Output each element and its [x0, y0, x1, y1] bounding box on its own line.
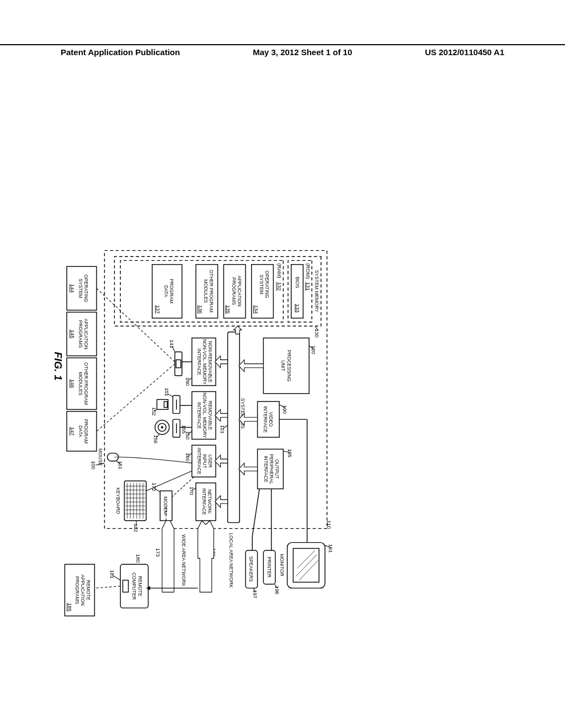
- ref-136: 136: [198, 305, 203, 314]
- monitor-icon: [287, 543, 325, 588]
- ref-132: 132: [276, 282, 282, 291]
- svg-rect-64: [123, 580, 129, 592]
- rem-l3: INTERFACE: [196, 402, 202, 429]
- ref-162: 162: [133, 523, 138, 532]
- sapps-l1: APPLICATION: [83, 318, 89, 349]
- netif-l1: NETWORK: [207, 489, 212, 513]
- sapps-l2: PROGRAMS: [78, 320, 83, 348]
- sysbus-label: SYSTEM BUS: [240, 398, 246, 429]
- ref-195: 195: [287, 449, 292, 458]
- userif-l1: USER: [207, 454, 213, 468]
- ref-121: 121: [220, 425, 225, 434]
- sother-l2: MODULES: [78, 372, 83, 395]
- ram-apps-l2: PROGRAMS: [231, 277, 237, 306]
- sdata-l1: PROGRAM: [83, 419, 89, 444]
- ref-161: 161: [118, 461, 123, 469]
- userif-l3: INTERFACE: [196, 448, 202, 475]
- system-bus: [228, 332, 240, 523]
- ref-155: 155: [181, 425, 186, 434]
- ref-151: 151: [164, 388, 169, 397]
- header-right: US 2012/0110450 A1: [425, 47, 504, 57]
- sos-l2: SYSTEM: [78, 279, 83, 298]
- ref-180: 180: [135, 554, 141, 563]
- modem-label: MODEM: [163, 496, 168, 515]
- sdata-l2: DATA: [78, 425, 83, 437]
- diagram: 110 SYSTEM MEMORY 130 (ROM) 131 BIOS 133…: [74, 88, 472, 640]
- out-l3: INTERFACE: [263, 456, 269, 483]
- rom-label: (ROM): [305, 263, 311, 279]
- rem-l1: REMOVABLE: [207, 401, 213, 430]
- netif-l2: INTERFACE: [201, 488, 207, 515]
- ref-173: 173: [155, 548, 161, 557]
- ref-145: 145: [70, 330, 75, 339]
- ref-146: 146: [70, 379, 75, 388]
- bios-label: BIOS: [295, 277, 300, 288]
- ram-other-l1: OTHER PROGRAM: [209, 270, 214, 312]
- svg-rect-17: [164, 402, 167, 408]
- lan-label: LOCAL AREA NETWORK: [228, 533, 234, 588]
- ram-os-l1: OPERATING: [264, 271, 270, 298]
- out-l2: PERIPHERAL: [269, 454, 274, 484]
- ref-134: 134: [253, 305, 259, 314]
- remote-l2: COMPUTER: [131, 572, 137, 599]
- remote-l1: REMOTE: [137, 576, 143, 596]
- ref-131: 131: [305, 282, 311, 291]
- svg-point-22: [161, 426, 163, 429]
- ref-160: 160: [185, 453, 190, 462]
- out-l1: OUTPUT: [274, 459, 280, 479]
- ref-185: 185: [67, 603, 72, 612]
- ref-141: 141: [169, 340, 174, 349]
- ref-181: 181: [109, 570, 115, 579]
- ram-os-l2: SYSTEM: [259, 275, 264, 294]
- svg-line-69: [94, 586, 120, 588]
- ref-170: 170: [189, 486, 194, 495]
- header-left: Patent Application Publication: [61, 47, 180, 57]
- figure-label: FIG. 1: [52, 352, 64, 381]
- ref-152: 152: [151, 407, 157, 416]
- page-header: Patent Application Publication May 3, 20…: [0, 44, 565, 57]
- printer-label: PRINTER: [266, 556, 272, 577]
- rem-l2: NON-VOL. MEMORY: [202, 393, 207, 438]
- ram-apps-l1: APPLICATION: [237, 276, 242, 307]
- monitor-label: MONITOR: [279, 554, 285, 576]
- ref-130: 130: [314, 329, 319, 338]
- cpu-l1: PROCESSING: [286, 350, 292, 382]
- ref-196: 196: [274, 586, 280, 595]
- ref-137: 137: [155, 305, 161, 314]
- lan-arrow: [198, 521, 214, 592]
- rap-l2: APPLICATION: [80, 575, 86, 606]
- ref-133: 133: [295, 304, 300, 313]
- ref-191: 191: [328, 544, 333, 553]
- keyboard-icon: [124, 481, 146, 521]
- kbd-label: KEYBOARD: [115, 488, 121, 514]
- rap-l1: REMOTE: [86, 580, 91, 601]
- sos-l1: OPERATING: [83, 275, 89, 302]
- ram-data-l1: PROGRAM: [169, 279, 174, 304]
- sother-l1: OTHER PROGRAM: [83, 362, 89, 405]
- wan-arrow: [162, 521, 174, 592]
- sysmem-title: SYSTEM MEMORY: [314, 270, 319, 313]
- speakers-label: SPEAKERS: [248, 556, 254, 582]
- nonrem-l1: NON-REMOVABLE: [207, 341, 213, 382]
- ref-110: 110: [326, 520, 332, 529]
- nonrem-l2: NON-VOL. MEMORY: [202, 339, 207, 385]
- cpu-l2: UNIT: [280, 360, 286, 372]
- video-l2: INTERFACE: [263, 406, 268, 433]
- ref-144: 144: [70, 284, 75, 293]
- ram-label: (RAM): [276, 263, 282, 278]
- video-l1: VIDEO: [268, 412, 274, 427]
- userif-l2: INPUT: [202, 454, 207, 469]
- ref-120: 120: [311, 346, 316, 355]
- ref-140: 140: [185, 377, 190, 386]
- svg-rect-11: [176, 360, 181, 367]
- rap-l3: PROGRAMS: [74, 576, 80, 604]
- ram-other-l2: MODULES: [203, 280, 209, 303]
- svg-rect-47: [293, 548, 319, 582]
- ram-data-l2: DATA: [163, 285, 169, 297]
- nonrem-l3: INTERFACE: [196, 349, 202, 376]
- ref-100: 100: [90, 461, 96, 469]
- wan-label: WIDE AREA NETWORK: [181, 534, 186, 586]
- header-center: May 3, 2012 Sheet 1 of 10: [253, 47, 352, 57]
- ref-135: 135: [225, 305, 231, 314]
- ref-147: 147: [70, 427, 75, 436]
